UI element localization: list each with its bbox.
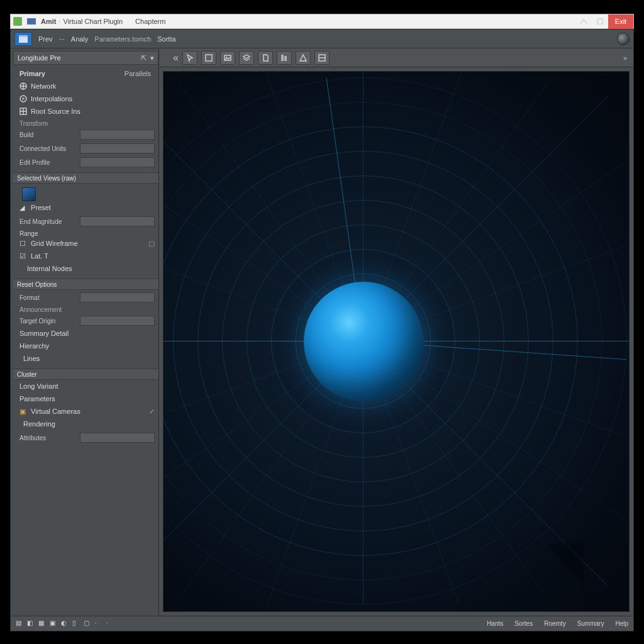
group-reset-header: Reset Options	[13, 279, 158, 290]
menu-item-3[interactable]: Sortta	[157, 35, 175, 43]
sb-icon-1[interactable]: ▤	[16, 619, 25, 628]
check-mark-icon: ✓	[149, 408, 155, 416]
tool-page-button[interactable]	[258, 51, 273, 65]
sidebar: Longitude Pre ⇱ ▾ Primary Parallels Netw…	[11, 48, 159, 616]
close-button[interactable]: Exit	[608, 14, 633, 30]
field-format[interactable]: Format	[13, 291, 158, 304]
sidebar-tab-parallels[interactable]: Parallels	[125, 70, 151, 77]
svg-rect-0	[13, 17, 22, 26]
sidebar-tab-primary[interactable]: Primary	[19, 70, 45, 77]
checkbox-checked-icon: ☑	[19, 252, 27, 260]
statusbar-help[interactable]: Help	[615, 620, 628, 627]
window-title-app: Amit	[41, 18, 56, 25]
field-range-label: Range	[13, 230, 158, 237]
item-long-variant[interactable]: Long Variant	[13, 380, 158, 392]
tool-pointer-button[interactable]	[182, 51, 197, 65]
globe-icon[interactable]	[617, 33, 630, 45]
sb-icon-9[interactable]: ·	[106, 619, 115, 628]
tool-palette-button[interactable]	[314, 51, 330, 65]
item-parameters[interactable]: Parameters	[13, 392, 158, 405]
menu-item-1[interactable]: Analy	[71, 35, 89, 43]
check-internal-nodes[interactable]: Internal Nodes	[13, 262, 158, 275]
sidebar-item-label: Interpolations	[31, 95, 72, 103]
preset-label: Preset	[31, 204, 51, 211]
sidebar-item-label: Root Source Ins	[31, 108, 80, 115]
dropdown-icon[interactable]: ▢	[148, 240, 155, 248]
sidebar-tabs: Primary Parallels	[13, 67, 158, 80]
main-viewport: « »	[159, 48, 633, 616]
sidebar-item-rootsource[interactable]: Root Source Ins	[13, 105, 158, 118]
viewport-canvas[interactable]	[163, 71, 630, 612]
group-cluster-header: Cluster	[13, 369, 158, 380]
toolbar-collapse-left-icon[interactable]: «	[173, 52, 179, 64]
field-end-magnitude[interactable]: End Magnitude	[13, 215, 158, 228]
menu-item-0[interactable]: Prev	[38, 35, 53, 43]
status-bar: ▤ ◧ ▦ ▣ ◐ ▯ ▢ · · Hants Sortes Roemty Su…	[11, 616, 633, 631]
sb-icon-3[interactable]: ▦	[38, 619, 47, 628]
statusbar-hants[interactable]: Hants	[487, 620, 503, 627]
menu-sep: ···	[59, 35, 65, 43]
panel-menu-icon[interactable]: ▾	[150, 54, 154, 62]
minimize-icon[interactable]	[579, 17, 588, 27]
checkbox-icon: ☐	[19, 240, 27, 247]
menu-item-2[interactable]: Parameters.tomch	[94, 35, 151, 43]
svg-rect-4	[19, 35, 28, 37]
group-transform-header: Transform	[13, 120, 158, 127]
check-virtual-cameras[interactable]: ▣ Virtual Cameras ✓	[13, 405, 158, 418]
menubar: Prev ··· Analy Parameters.tomch Sortta	[11, 30, 633, 48]
sb-icon-8[interactable]: ·	[95, 619, 104, 628]
tool-perspective-button[interactable]	[296, 51, 311, 65]
sb-icon-7[interactable]: ▢	[84, 619, 92, 628]
svg-rect-2	[597, 19, 602, 24]
field-edit-profile[interactable]: Edit Profile	[13, 156, 158, 169]
check-lat-t[interactable]: ☑ Lat. T	[13, 250, 158, 262]
app-frame: Prev ··· Analy Parameters.tomch Sortta L…	[10, 29, 634, 631]
sb-icon-6[interactable]: ▯	[72, 619, 81, 628]
flag-icon: ◢	[19, 204, 27, 211]
toolbar-collapse-right-icon[interactable]: »	[623, 54, 627, 62]
svg-rect-9	[206, 55, 212, 61]
field-connected-units[interactable]: Connected Units	[13, 142, 158, 155]
item-summary-detail[interactable]: Summary Detail	[13, 327, 158, 340]
field-connected-units-input[interactable]	[80, 143, 155, 153]
item-lines[interactable]: Lines	[13, 352, 158, 365]
sb-icon-2[interactable]: ◧	[27, 619, 36, 628]
window-title-tertiary: Chapterm	[135, 18, 165, 25]
field-attributes[interactable]: Attributes	[13, 431, 158, 444]
field-build[interactable]: Build	[13, 128, 158, 141]
svg-point-7	[22, 97, 25, 100]
panel-pin-icon[interactable]: ⇱	[141, 54, 147, 62]
sb-icon-4[interactable]: ▣	[50, 619, 58, 628]
statusbar-summary[interactable]: Summary	[577, 620, 604, 627]
check-grid-wireframe[interactable]: ☐ Grid Wireframe ▢	[13, 237, 158, 250]
sidebar-panel-title-label: Longitude Pre	[18, 54, 61, 62]
preset-thumbnail[interactable]	[22, 187, 36, 201]
window-titlebar: Amit · Virtual Chart Plugin Chapterm Exi…	[10, 14, 634, 29]
center-sphere[interactable]	[304, 282, 423, 401]
tool-measure-button[interactable]	[277, 51, 292, 65]
sidebar-item-network[interactable]: Network	[13, 80, 158, 92]
app-icon[interactable]	[14, 32, 32, 46]
preset-row[interactable]: ◢ Preset	[13, 201, 158, 214]
viewport-toolbar: « »	[159, 48, 633, 67]
grid-icon	[19, 108, 27, 115]
group-activestring-header: Selected Views (raw)	[13, 172, 158, 184]
item-rendering[interactable]: Rendering	[13, 418, 158, 430]
svg-rect-1	[27, 18, 36, 25]
sidebar-item-interpolations[interactable]: Interpolations	[13, 92, 158, 105]
tool-layers-button[interactable]	[239, 51, 254, 65]
secondary-icon	[26, 16, 36, 26]
tool-frame-button[interactable]	[201, 51, 216, 65]
target-icon	[19, 95, 27, 103]
field-build-input[interactable]	[80, 130, 155, 140]
item-hierarchy[interactable]: Hierarchy	[13, 340, 158, 352]
sb-icon-5[interactable]: ◐	[61, 619, 70, 628]
tool-image-button[interactable]	[220, 51, 235, 65]
restore-icon[interactable]	[596, 17, 604, 27]
globe-icon	[19, 82, 27, 90]
window-title-secondary: Virtual Chart Plugin	[64, 18, 123, 25]
statusbar-sortes[interactable]: Sortes	[514, 620, 533, 627]
statusbar-roemty[interactable]: Roemty	[544, 620, 565, 627]
item-target-origin[interactable]: Target Origin	[13, 314, 158, 327]
field-edit-profile-input[interactable]	[80, 157, 155, 167]
